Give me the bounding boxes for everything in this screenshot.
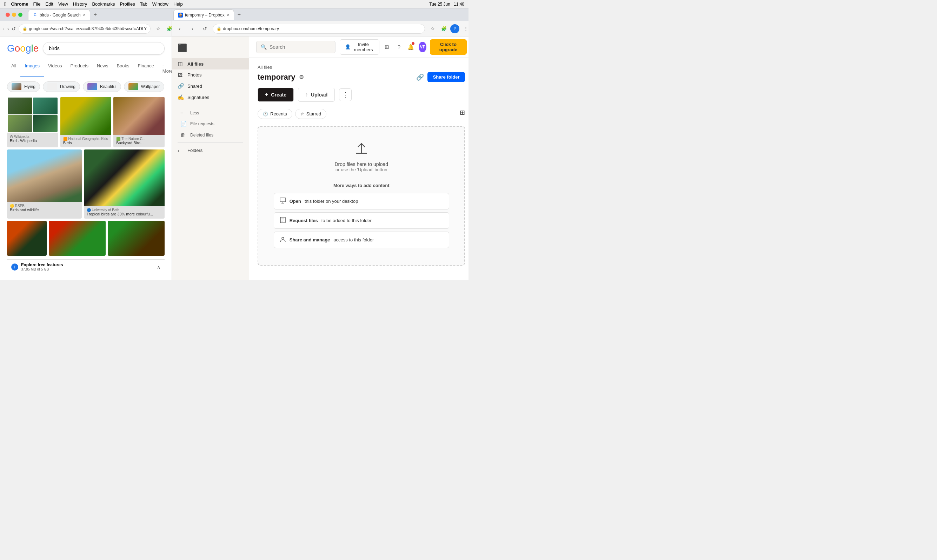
- traffic-lights-left: [3, 12, 25, 17]
- tab-videos[interactable]: Videos: [44, 60, 66, 77]
- browsers-container: G birds - Google Search ✕ + ‹ › ↺ 🔒 goog…: [0, 8, 469, 280]
- extension-icon-right[interactable]: 🧩: [439, 24, 449, 34]
- image-cell-6[interactable]: [7, 221, 47, 256]
- tab-news[interactable]: News: [93, 60, 113, 77]
- profile-icon-right[interactable]: P: [450, 24, 459, 33]
- notification-badge: [412, 42, 414, 45]
- sidebar-item-shared[interactable]: 🔗 Shared: [172, 80, 249, 92]
- forward-button-right[interactable]: ›: [188, 24, 197, 34]
- dropbox-search-box[interactable]: 🔍: [256, 41, 335, 53]
- google-tab[interactable]: G birds - Google Search ✕: [28, 9, 90, 20]
- menu-tab[interactable]: Tab: [140, 2, 148, 7]
- back-button-right[interactable]: ‹: [175, 24, 185, 34]
- help-button[interactable]: ?: [395, 42, 403, 52]
- dropbox-app: ⬛ ◫ All files 🖼 Photos 🔗 Shared ✍ Signat…: [172, 37, 469, 280]
- filter-beautiful[interactable]: Beautiful: [83, 82, 121, 92]
- image-cell-2[interactable]: 🟧 National Geographic Kids Birds: [60, 97, 112, 148]
- header-actions: 👤 Invite members ⊞ ? 🔔 VF Click to upgra…: [340, 39, 466, 55]
- explore-text: Explore free features 37.85 MB of 5 GB: [21, 263, 63, 271]
- upload-button[interactable]: ↑ Upload: [298, 88, 335, 102]
- reload-button-right[interactable]: ↺: [200, 24, 210, 34]
- dropbox-favicon: 📦: [178, 12, 183, 17]
- tl-green[interactable]: [18, 12, 23, 17]
- apps-grid-button[interactable]: ⊞: [383, 42, 391, 52]
- filter-drawing[interactable]: Drawing: [43, 82, 80, 92]
- tl-yellow[interactable]: [12, 12, 16, 17]
- tab-more[interactable]: : More: [158, 60, 172, 77]
- tab-images[interactable]: Images: [20, 60, 44, 77]
- sidebar-item-photos[interactable]: 🖼 Photos: [172, 69, 249, 80]
- menu-view[interactable]: View: [58, 2, 68, 7]
- folder-settings-icon[interactable]: ⚙: [299, 74, 304, 80]
- menu-file[interactable]: File: [33, 2, 41, 7]
- option-request-files[interactable]: Request files to be added to this folder: [274, 212, 449, 229]
- menu-edit[interactable]: Edit: [46, 2, 53, 7]
- folder-header: temporary ⚙ 🔗 Share folder: [258, 72, 465, 82]
- image-title-5: Tropical birds are 30% more colourfu...: [85, 212, 163, 217]
- address-bar-right[interactable]: 🔒 dropbox.com/home/temporary: [213, 24, 425, 34]
- image-cell-1[interactable]: W Wikipedia Bird - Wikipedia: [7, 97, 58, 148]
- copy-link-icon[interactable]: 🔗: [416, 73, 424, 81]
- new-tab-button-left[interactable]: +: [92, 9, 99, 20]
- forward-button-left[interactable]: ›: [8, 24, 9, 34]
- menu-chrome[interactable]: Chrome: [11, 2, 28, 7]
- menu-history[interactable]: History: [73, 2, 87, 7]
- invite-members-button[interactable]: 👤 Invite members: [340, 39, 379, 55]
- share-folder-button[interactable]: Share folder: [428, 72, 465, 82]
- more-actions-button[interactable]: ⋮: [339, 88, 352, 101]
- tab-recents[interactable]: 🕐 Recents: [258, 109, 292, 119]
- image-filters: Flying Drawing Beautiful Wallpaper: [7, 82, 165, 92]
- option-share-bold: Share and manage: [289, 237, 330, 243]
- tab-finance[interactable]: Finance: [134, 60, 158, 77]
- tab-products[interactable]: Products: [66, 60, 93, 77]
- dropbox-tab[interactable]: 📦 temporary – Dropbox ✕: [173, 9, 234, 20]
- tab-all[interactable]: All: [7, 60, 20, 77]
- sidebar-item-allfiles[interactable]: ◫ All files: [172, 58, 249, 69]
- address-bar-left[interactable]: 🔒 google.com/search?sca_esv=cdb37940e6de…: [18, 24, 151, 34]
- tab-books[interactable]: Books: [112, 60, 133, 77]
- menu-bookmarks[interactable]: Bookmarks: [92, 2, 115, 7]
- image-source-2: 🟧 National Geographic Kids: [62, 136, 110, 141]
- user-avatar[interactable]: VF: [418, 42, 426, 52]
- tab-starred[interactable]: ☆ Starred: [295, 109, 327, 119]
- sidebar-item-folders[interactable]: › Folders: [172, 145, 249, 156]
- filter-wallpaper[interactable]: Wallpaper: [124, 82, 165, 92]
- option-share-manage[interactable]: Share and manage access to this folder: [274, 232, 449, 248]
- sidebar-item-less[interactable]: − Less: [172, 108, 249, 118]
- image-cell-7[interactable]: [49, 221, 106, 256]
- bookmark-icon-right[interactable]: ☆: [428, 24, 438, 34]
- filter-flying[interactable]: Flying: [7, 82, 40, 92]
- image-cell-8[interactable]: [108, 221, 165, 256]
- option-open-desktop[interactable]: Open this folder on your desktop: [274, 193, 449, 209]
- upgrade-button[interactable]: Click to upgrade: [430, 39, 466, 55]
- explore-expand-btn[interactable]: ∧: [157, 264, 160, 270]
- menu-window[interactable]: Window: [152, 2, 168, 7]
- recents-label: Recents: [270, 111, 287, 117]
- image-cell-3[interactable]: 🟩 The Nature C... Backyard Bird...: [113, 97, 165, 148]
- create-button[interactable]: + Create: [258, 88, 294, 102]
- folder-header-right: 🔗 Share folder: [416, 72, 465, 82]
- google-search-input[interactable]: [43, 42, 165, 55]
- menu-profiles[interactable]: Profiles: [120, 2, 135, 7]
- dropbox-search-input[interactable]: [269, 44, 331, 50]
- notifications-button[interactable]: 🔔: [407, 42, 415, 52]
- sidebar-item-deletedfiles[interactable]: 🗑 Deleted files: [172, 129, 249, 140]
- explore-sub-text: 37.85 MB of 5 GB: [21, 268, 63, 271]
- sidebar-item-signatures[interactable]: ✍ Signatures: [172, 92, 249, 103]
- tl-red[interactable]: [6, 12, 10, 17]
- dropbox-tab-close[interactable]: ✕: [227, 13, 229, 17]
- drop-zone-content: Drop files here to upload or use the 'Up…: [334, 141, 388, 183]
- desktop-icon: [280, 197, 286, 205]
- sidebar-label-filerequests: File requests: [190, 122, 214, 126]
- menu-help[interactable]: Help: [173, 2, 183, 7]
- grid-view-button[interactable]: ⊞: [460, 109, 465, 117]
- menu-dots-right[interactable]: ⋮: [461, 24, 469, 34]
- image-cell-5[interactable]: 🔵 University of Bath Tropical birds are …: [84, 149, 165, 218]
- bookmark-icon-left[interactable]: ☆: [153, 24, 163, 34]
- reload-button-left[interactable]: ↺: [12, 24, 16, 34]
- back-button-left[interactable]: ‹: [3, 24, 5, 34]
- sidebar-item-filerequests[interactable]: 📄 File requests: [172, 118, 249, 129]
- image-cell-4[interactable]: 🟡 RSPB Birds and wildlife: [7, 149, 82, 218]
- google-tab-close[interactable]: ✕: [83, 13, 86, 17]
- new-tab-button-right[interactable]: +: [235, 9, 243, 20]
